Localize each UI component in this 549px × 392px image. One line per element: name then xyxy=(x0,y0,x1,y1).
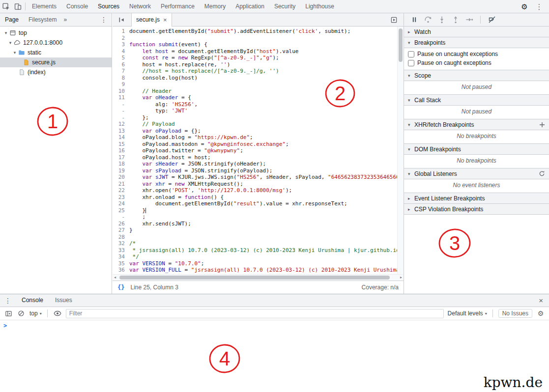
section-header-dom-breakpoints[interactable]: ▾DOM Breakpoints xyxy=(404,144,549,155)
code-text[interactable]: var oPayload = {}; xyxy=(129,128,404,135)
section-header-global-listeners[interactable]: ▾Global Listeners xyxy=(404,168,549,179)
code-text[interactable]: function submit(event) { xyxy=(129,41,404,48)
tab-close-icon[interactable]: × xyxy=(163,17,167,23)
line-number[interactable]: - xyxy=(113,114,129,121)
code-text[interactable]: xhr.send(sJWT); xyxy=(129,221,404,227)
navigator-tab-page[interactable]: Page xyxy=(0,13,24,26)
kebab-menu-icon[interactable]: ⋮ xyxy=(533,0,545,13)
line-number[interactable]: 10 xyxy=(113,88,129,95)
code-text[interactable]: var VERSION = "10.7.0"; xyxy=(129,260,404,267)
console-sidebar-icon[interactable] xyxy=(4,309,13,318)
tree-item-secure-js[interactable]: secure.js xyxy=(0,57,112,67)
section-header-breakpoints[interactable]: ▾Breakpoints xyxy=(404,37,549,48)
line-number[interactable]: 2 xyxy=(113,35,129,42)
line-number[interactable]: 4 xyxy=(113,48,129,55)
horizontal-scrollbar-thumb[interactable] xyxy=(119,276,390,280)
tab-console[interactable]: Console xyxy=(61,0,93,13)
device-toolbar-icon[interactable] xyxy=(12,0,24,13)
tree-item-static[interactable]: ▾static xyxy=(0,48,112,57)
line-number[interactable]: 11 xyxy=(113,94,129,101)
line-number[interactable]: 8 xyxy=(113,75,129,82)
code-text[interactable] xyxy=(129,81,404,88)
code-text[interactable]: var xhr = new XMLHttpRequest(); xyxy=(129,181,404,188)
step-icon[interactable] xyxy=(465,16,473,24)
code-text[interactable]: //host = host.replace(/[^a-z0-9._-]/g, '… xyxy=(129,68,404,75)
navigator-overflow-icon[interactable]: » xyxy=(61,16,69,23)
step-over-icon[interactable] xyxy=(424,16,432,24)
code-text[interactable]: xhr.onload = function() { xyxy=(129,194,404,201)
line-number[interactable]: 33 xyxy=(113,247,129,254)
code-text[interactable]: var sHeader = JSON.stringify(oHeader); xyxy=(129,161,404,168)
drawer-tab-issues[interactable]: Issues xyxy=(49,294,78,307)
line-number[interactable]: 14 xyxy=(113,134,129,141)
line-number[interactable]: 24 xyxy=(113,200,129,207)
code-text[interactable] xyxy=(129,234,404,241)
line-number[interactable]: - xyxy=(113,214,129,221)
line-number[interactable]: 9 xyxy=(113,81,129,88)
tree-item-top[interactable]: ▾top xyxy=(0,28,112,38)
code-text[interactable]: oPayload.twitter = "@kwnypwny"; xyxy=(129,147,404,154)
issues-counter[interactable]: No Issues xyxy=(498,309,532,318)
code-text[interactable]: oPayload.mastodon = "@kpwn@infosec.excha… xyxy=(129,141,404,148)
tab-application[interactable]: Application xyxy=(231,0,269,13)
code-text[interactable]: console.log(host) xyxy=(129,75,404,82)
hide-navigator-icon[interactable] xyxy=(116,13,127,26)
disclosure-triangle-icon[interactable]: ▾ xyxy=(3,30,9,35)
code-text[interactable]: var VERSION_FULL = "jsrsasign(all) 10.7.… xyxy=(129,267,404,274)
line-number[interactable]: 21 xyxy=(113,181,129,188)
line-number[interactable]: 13 xyxy=(113,128,129,135)
code-text[interactable]: oPayload.host = host; xyxy=(129,154,404,161)
eye-icon[interactable] xyxy=(53,309,62,318)
drawer-close-icon[interactable]: × xyxy=(533,296,549,305)
checkbox-pause-on-uncaught-exceptions[interactable] xyxy=(408,51,414,57)
section-header-csp-violation-breakpoints[interactable]: ▸CSP Violation Breakpoints xyxy=(404,204,549,215)
tree-item-127-0-0-1-8000[interactable]: ▾127.0.0.1:8000 xyxy=(0,38,112,48)
code-text[interactable]: host = host.replace(re, '') xyxy=(129,61,404,68)
navigator-kebab-menu-icon[interactable]: ⋮ xyxy=(96,16,112,24)
tab-security[interactable]: Security xyxy=(269,0,300,13)
line-number[interactable]: - xyxy=(113,101,129,108)
code-text[interactable]: alg: 'HS256', xyxy=(129,101,404,108)
log-levels-dropdown[interactable]: Default levels ▾ xyxy=(448,310,487,317)
refresh-icon[interactable] xyxy=(539,170,545,177)
line-number[interactable]: 7 xyxy=(113,68,129,75)
code-text[interactable]: } xyxy=(129,207,404,214)
section-header-event-listener-breakpoints[interactable]: ▸Event Listener Breakpoints xyxy=(404,193,549,204)
code-text[interactable]: var sPayload = JSON.stringify(oPayload); xyxy=(129,168,404,174)
code-text[interactable]: xhr.open('POST', 'http://127.0.0.1:8000/… xyxy=(129,187,404,194)
console-settings-gear-icon[interactable]: ⚙ xyxy=(536,309,545,318)
scroll-right-icon[interactable]: ▸ xyxy=(400,276,402,280)
code-text[interactable]: */ xyxy=(129,253,404,260)
plus-icon[interactable] xyxy=(539,122,545,128)
inspect-element-icon[interactable] xyxy=(0,0,12,13)
line-number[interactable]: 26 xyxy=(113,221,129,227)
editor-tab-secure-js[interactable]: secure.js × xyxy=(131,13,172,27)
step-out-icon[interactable] xyxy=(451,16,460,24)
code-text[interactable]: oPayload.blog = "https://kpwn.de"; xyxy=(129,134,404,141)
code-text[interactable]: const re = new RegExp("[^a-z0-9._-]","g"… xyxy=(129,55,404,61)
tab-sources[interactable]: Sources xyxy=(93,0,124,13)
section-header-watch[interactable]: ▸Watch xyxy=(404,27,549,37)
code-text[interactable]: }; xyxy=(129,114,404,121)
line-number[interactable]: 1 xyxy=(113,28,129,35)
line-number[interactable]: 25 xyxy=(113,207,129,214)
line-number[interactable]: 19 xyxy=(113,168,129,174)
drawer-kebab-menu-icon[interactable]: ⋮ xyxy=(0,297,16,305)
code-text[interactable]: var sJWT = KJUR.jws.JWS.sign("HS256", sH… xyxy=(129,174,404,181)
deactivate-breakpoints-icon[interactable] xyxy=(488,16,496,24)
horizontal-scrollbar[interactable]: ◂ ▸ xyxy=(113,274,404,280)
console-prompt[interactable]: > xyxy=(0,320,549,331)
step-into-icon[interactable] xyxy=(437,16,446,24)
line-number[interactable]: 27 xyxy=(113,227,129,234)
line-number[interactable]: 36 xyxy=(113,267,129,274)
line-number[interactable]: 35 xyxy=(113,260,129,267)
line-number[interactable]: 23 xyxy=(113,194,129,201)
section-header-xhr-fetch-breakpoints[interactable]: ▾XHR/fetch Breakpoints xyxy=(404,119,549,130)
line-number[interactable]: 3 xyxy=(113,41,129,48)
tab-elements[interactable]: Elements xyxy=(27,0,61,13)
line-number[interactable]: 22 xyxy=(113,187,129,194)
line-number[interactable]: 17 xyxy=(113,154,129,161)
navigator-tab-filesystem[interactable]: Filesystem xyxy=(24,13,61,26)
code-text[interactable]: let host = document.getElementById("host… xyxy=(129,48,404,55)
line-number[interactable]: - xyxy=(113,108,129,114)
